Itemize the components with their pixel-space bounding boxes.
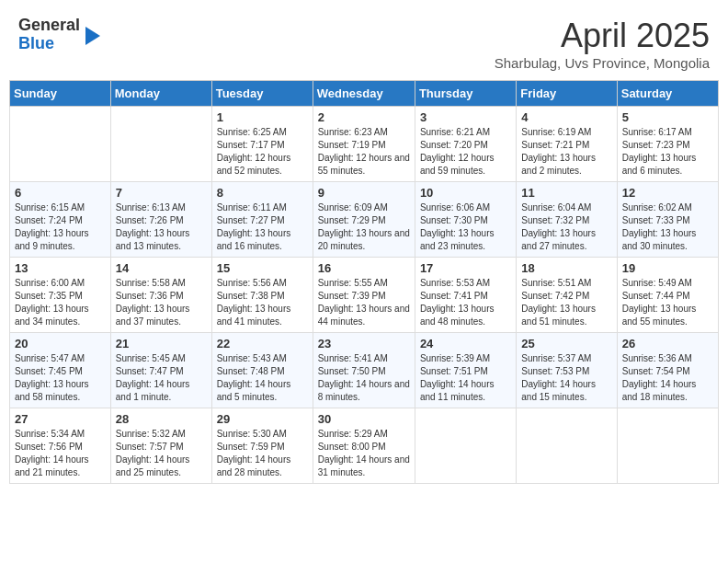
day-info: Sunrise: 6:02 AM Sunset: 7:33 PM Dayligh… — [622, 201, 713, 253]
day-header-monday: Monday — [110, 81, 211, 107]
day-number: 7 — [116, 186, 207, 200]
calendar-cell: 12Sunrise: 6:02 AM Sunset: 7:33 PM Dayli… — [617, 182, 718, 258]
calendar-cell — [110, 107, 211, 182]
day-number: 6 — [15, 186, 106, 200]
day-info: Sunrise: 5:51 AM Sunset: 7:42 PM Dayligh… — [521, 277, 611, 328]
calendar-cell — [617, 408, 718, 484]
day-number: 2 — [318, 110, 410, 124]
calendar-cell: 27Sunrise: 5:34 AM Sunset: 7:56 PM Dayli… — [10, 408, 111, 484]
title-area: April 2025 Sharbulag, Uvs Province, Mong… — [495, 17, 710, 71]
day-header-sunday: Sunday — [10, 81, 111, 107]
day-number: 29 — [217, 412, 308, 426]
day-info: Sunrise: 5:47 AM Sunset: 7:45 PM Dayligh… — [15, 352, 106, 404]
calendar-cell: 25Sunrise: 5:37 AM Sunset: 7:53 PM Dayli… — [517, 333, 617, 408]
calendar-cell: 24Sunrise: 5:39 AM Sunset: 7:51 PM Dayli… — [415, 333, 516, 408]
calendar-cell: 16Sunrise: 5:55 AM Sunset: 7:39 PM Dayli… — [313, 258, 415, 333]
day-number: 21 — [116, 337, 207, 350]
day-number: 8 — [217, 186, 308, 200]
calendar-week-row: 1Sunrise: 6:25 AM Sunset: 7:17 PM Daylig… — [10, 107, 719, 182]
day-number: 11 — [521, 186, 611, 200]
calendar-cell: 21Sunrise: 5:45 AM Sunset: 7:47 PM Dayli… — [110, 333, 211, 408]
calendar-cell: 3Sunrise: 6:21 AM Sunset: 7:20 PM Daylig… — [415, 107, 516, 182]
day-info: Sunrise: 6:04 AM Sunset: 7:32 PM Dayligh… — [521, 201, 611, 253]
day-number: 3 — [420, 110, 511, 124]
day-number: 23 — [318, 337, 410, 350]
day-number: 25 — [521, 337, 611, 350]
day-info: Sunrise: 5:43 AM Sunset: 7:48 PM Dayligh… — [217, 352, 308, 404]
calendar-cell: 11Sunrise: 6:04 AM Sunset: 7:32 PM Dayli… — [517, 182, 617, 258]
day-info: Sunrise: 6:15 AM Sunset: 7:24 PM Dayligh… — [15, 201, 106, 253]
day-number: 28 — [116, 412, 207, 426]
logo: General Blue — [18, 17, 100, 53]
calendar-table: SundayMondayTuesdayWednesdayThursdayFrid… — [9, 80, 719, 484]
calendar-cell: 8Sunrise: 6:11 AM Sunset: 7:27 PM Daylig… — [211, 182, 313, 258]
calendar-cell: 18Sunrise: 5:51 AM Sunset: 7:42 PM Dayli… — [517, 258, 617, 333]
day-info: Sunrise: 5:29 AM Sunset: 8:00 PM Dayligh… — [318, 428, 410, 479]
calendar-cell: 29Sunrise: 5:30 AM Sunset: 7:59 PM Dayli… — [211, 408, 313, 484]
day-number: 22 — [217, 337, 308, 350]
page-header: General Blue April 2025 Sharbulag, Uvs P… — [9, 9, 719, 75]
day-info: Sunrise: 5:45 AM Sunset: 7:47 PM Dayligh… — [116, 352, 207, 404]
calendar-cell — [517, 408, 617, 484]
day-number: 27 — [15, 412, 106, 426]
calendar-header-row: SundayMondayTuesdayWednesdayThursdayFrid… — [10, 81, 719, 107]
day-info: Sunrise: 6:19 AM Sunset: 7:21 PM Dayligh… — [521, 126, 611, 178]
calendar-cell: 20Sunrise: 5:47 AM Sunset: 7:45 PM Dayli… — [10, 333, 111, 408]
calendar-cell: 4Sunrise: 6:19 AM Sunset: 7:21 PM Daylig… — [517, 107, 617, 182]
day-header-thursday: Thursday — [415, 81, 516, 107]
day-info: Sunrise: 5:32 AM Sunset: 7:57 PM Dayligh… — [116, 428, 207, 479]
day-info: Sunrise: 5:39 AM Sunset: 7:51 PM Dayligh… — [420, 352, 511, 404]
calendar-cell: 1Sunrise: 6:25 AM Sunset: 7:17 PM Daylig… — [211, 107, 313, 182]
day-info: Sunrise: 5:53 AM Sunset: 7:41 PM Dayligh… — [420, 277, 511, 328]
day-info: Sunrise: 5:58 AM Sunset: 7:36 PM Dayligh… — [116, 277, 207, 328]
day-info: Sunrise: 5:36 AM Sunset: 7:54 PM Dayligh… — [622, 352, 713, 404]
calendar-cell: 23Sunrise: 5:41 AM Sunset: 7:50 PM Dayli… — [313, 333, 415, 408]
day-number: 17 — [420, 261, 511, 275]
calendar-cell: 5Sunrise: 6:17 AM Sunset: 7:23 PM Daylig… — [617, 107, 718, 182]
day-number: 26 — [622, 337, 713, 350]
day-header-saturday: Saturday — [617, 81, 718, 107]
day-number: 1 — [217, 110, 308, 124]
day-number: 5 — [622, 110, 713, 124]
day-info: Sunrise: 5:55 AM Sunset: 7:39 PM Dayligh… — [318, 277, 410, 328]
location-subtitle: Sharbulag, Uvs Province, Mongolia — [495, 55, 710, 71]
day-info: Sunrise: 6:09 AM Sunset: 7:29 PM Dayligh… — [318, 201, 410, 253]
day-number: 19 — [622, 261, 713, 275]
calendar-cell: 7Sunrise: 6:13 AM Sunset: 7:26 PM Daylig… — [110, 182, 211, 258]
calendar-cell: 30Sunrise: 5:29 AM Sunset: 8:00 PM Dayli… — [313, 408, 415, 484]
logo-blue: Blue — [18, 34, 54, 52]
day-number: 4 — [521, 110, 611, 124]
day-info: Sunrise: 5:37 AM Sunset: 7:53 PM Dayligh… — [521, 352, 611, 404]
day-info: Sunrise: 6:25 AM Sunset: 7:17 PM Dayligh… — [217, 126, 308, 178]
day-header-friday: Friday — [517, 81, 617, 107]
logo-general: General — [18, 16, 80, 34]
day-number: 24 — [420, 337, 511, 350]
day-number: 16 — [318, 261, 410, 275]
calendar-cell: 28Sunrise: 5:32 AM Sunset: 7:57 PM Dayli… — [110, 408, 211, 484]
day-number: 10 — [420, 186, 511, 200]
calendar-cell: 10Sunrise: 6:06 AM Sunset: 7:30 PM Dayli… — [415, 182, 516, 258]
calendar-cell: 2Sunrise: 6:23 AM Sunset: 7:19 PM Daylig… — [313, 107, 415, 182]
day-info: Sunrise: 6:06 AM Sunset: 7:30 PM Dayligh… — [420, 201, 511, 253]
day-number: 12 — [622, 186, 713, 200]
day-number: 9 — [318, 186, 410, 200]
calendar-cell: 9Sunrise: 6:09 AM Sunset: 7:29 PM Daylig… — [313, 182, 415, 258]
day-number: 14 — [116, 261, 207, 275]
day-number: 30 — [318, 412, 410, 426]
calendar-week-row: 6Sunrise: 6:15 AM Sunset: 7:24 PM Daylig… — [10, 182, 719, 258]
day-number: 13 — [15, 261, 106, 275]
calendar-cell: 6Sunrise: 6:15 AM Sunset: 7:24 PM Daylig… — [10, 182, 111, 258]
day-info: Sunrise: 6:21 AM Sunset: 7:20 PM Dayligh… — [420, 126, 511, 178]
day-info: Sunrise: 5:49 AM Sunset: 7:44 PM Dayligh… — [622, 277, 713, 328]
calendar-cell: 13Sunrise: 6:00 AM Sunset: 7:35 PM Dayli… — [10, 258, 111, 333]
calendar-week-row: 13Sunrise: 6:00 AM Sunset: 7:35 PM Dayli… — [10, 258, 719, 333]
day-header-tuesday: Tuesday — [211, 81, 313, 107]
calendar-cell: 15Sunrise: 5:56 AM Sunset: 7:38 PM Dayli… — [211, 258, 313, 333]
day-info: Sunrise: 6:13 AM Sunset: 7:26 PM Dayligh… — [116, 201, 207, 253]
month-title: April 2025 — [495, 17, 710, 55]
calendar-cell: 26Sunrise: 5:36 AM Sunset: 7:54 PM Dayli… — [617, 333, 718, 408]
day-info: Sunrise: 6:23 AM Sunset: 7:19 PM Dayligh… — [318, 126, 410, 178]
day-info: Sunrise: 6:11 AM Sunset: 7:27 PM Dayligh… — [217, 201, 308, 253]
calendar-cell — [10, 107, 111, 182]
calendar-cell: 14Sunrise: 5:58 AM Sunset: 7:36 PM Dayli… — [110, 258, 211, 333]
